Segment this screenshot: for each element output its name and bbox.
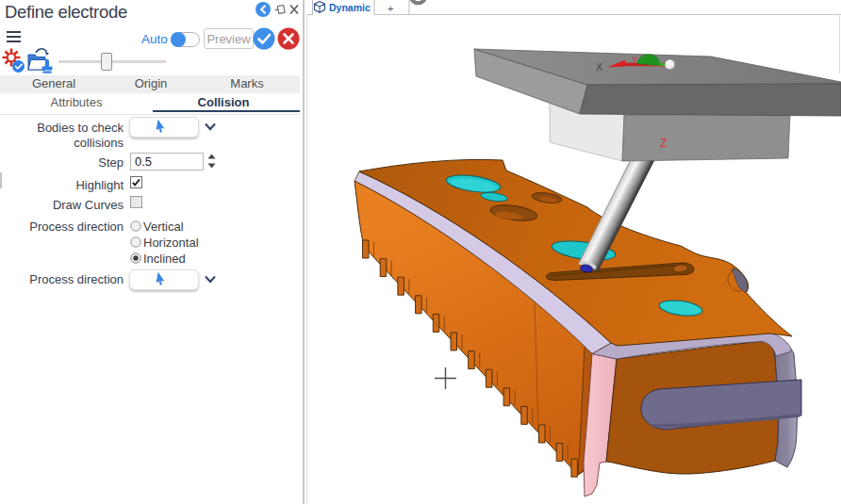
svg-text:X: X [596,61,603,73]
svg-text:Z: Z [660,137,667,150]
svg-text:Y: Y [632,55,637,64]
